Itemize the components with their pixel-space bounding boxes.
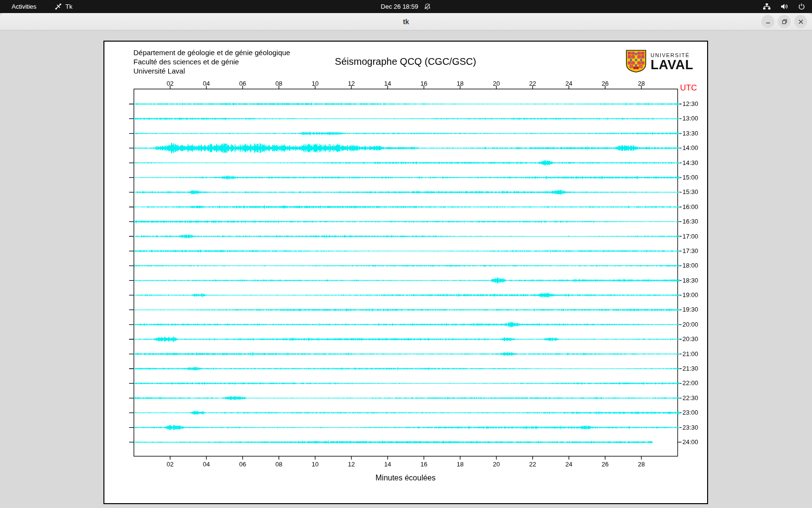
minimize-button[interactable] — [761, 15, 774, 28]
utc-row-label: 19:00 — [682, 291, 698, 299]
utc-axis-label: UTC — [680, 83, 697, 93]
desktop-top-bar: Activities Tk Dec 26 18:59 — [0, 0, 812, 13]
x-tick-label-top: 08 — [276, 80, 282, 87]
utc-row-label: 21:30 — [682, 365, 698, 372]
utc-row-label: 21:00 — [682, 350, 698, 358]
institution-header: Département de géologie et de génie géol… — [133, 48, 290, 75]
x-tick-label-bottom: 26 — [602, 461, 609, 468]
seismograph-panel: Département de géologie et de génie géol… — [103, 41, 708, 504]
maximize-button[interactable] — [778, 15, 791, 28]
window-title: tk — [0, 13, 812, 30]
utc-row-label: 20:30 — [682, 335, 698, 343]
utc-row-label: 23:00 — [682, 409, 698, 416]
x-tick-label-top: 14 — [384, 80, 391, 87]
institution-line-2: Faculté des sciences et de génie — [133, 57, 290, 66]
x-tick-label-bottom: 04 — [203, 461, 210, 468]
utc-row-label: 20:00 — [682, 321, 698, 328]
x-tick-label-top: 28 — [638, 80, 645, 87]
utc-row-label: 19:30 — [682, 306, 698, 313]
utc-row-label: 17:00 — [682, 233, 698, 240]
x-tick-label-bottom: 16 — [420, 461, 427, 468]
utc-row-label: 24:00 — [682, 438, 698, 446]
x-tick-label-bottom: 24 — [566, 461, 572, 468]
x-tick-label-bottom: 14 — [384, 461, 391, 468]
x-tick-label-top: 22 — [529, 80, 536, 87]
clock-menu[interactable]: Dec 26 18:59 — [381, 0, 431, 13]
utc-row-label: 12:30 — [682, 100, 698, 107]
x-tick-label-top: 18 — [457, 80, 464, 87]
utc-row-label: 18:00 — [682, 262, 698, 269]
x-tick-label-bottom: 22 — [529, 461, 536, 468]
utc-row-label: 13:30 — [682, 130, 698, 137]
utc-row-label: 13:00 — [682, 115, 698, 122]
x-tick-label-top: 04 — [203, 80, 210, 87]
utc-row-label: 18:30 — [682, 277, 698, 284]
close-button[interactable] — [794, 15, 807, 28]
plot-title: Séismographe QCQ (CGC/GSC) — [335, 56, 476, 67]
utc-row-label: 22:30 — [682, 394, 698, 402]
laval-shield-icon — [625, 49, 647, 75]
utc-row-label: 14:00 — [682, 144, 698, 151]
x-tick-label-top: 06 — [239, 80, 246, 87]
universite-laval-logo: UNIVERSITÉ LAVAL — [625, 49, 693, 75]
utc-row-label: 16:00 — [682, 203, 698, 210]
x-tick-label-top: 20 — [493, 80, 500, 87]
x-tick-label-bottom: 10 — [312, 461, 319, 468]
activities-label: Activities — [12, 3, 36, 10]
app-menu[interactable]: Tk — [48, 0, 79, 13]
app-menu-label: Tk — [65, 3, 72, 10]
volume-icon — [781, 3, 788, 10]
utc-row-label: 23:30 — [682, 424, 698, 431]
x-tick-label-bottom: 20 — [493, 461, 500, 468]
utc-row-label: 17:30 — [682, 247, 698, 254]
utc-row-label: 16:30 — [682, 218, 698, 225]
x-tick-label-bottom: 08 — [276, 461, 282, 468]
institution-line-3: Université Laval — [133, 66, 290, 75]
x-tick-label-bottom: 18 — [457, 461, 464, 468]
x-axis-label: Minutes écoulées — [376, 474, 436, 482]
x-tick-label-top: 16 — [420, 80, 427, 87]
x-tick-label-bottom: 02 — [167, 461, 174, 468]
laval-logo-text-bottom: LAVAL — [651, 59, 693, 72]
utc-row-label: 22:00 — [682, 379, 698, 387]
system-tray[interactable] — [763, 0, 805, 13]
x-tick-label-top: 26 — [602, 80, 609, 87]
tk-icon — [55, 3, 62, 10]
institution-line-1: Département de géologie et de génie géol… — [133, 48, 290, 57]
x-tick-label-top: 12 — [348, 80, 355, 87]
helicorder-canvas — [104, 42, 707, 503]
notifications-muted-icon — [424, 3, 431, 10]
utc-row-label: 15:30 — [682, 188, 698, 195]
x-tick-label-top: 24 — [566, 80, 572, 87]
utc-row-label: 15:00 — [682, 174, 698, 181]
x-tick-label-top: 02 — [167, 80, 174, 87]
power-icon — [798, 3, 805, 10]
x-tick-label-top: 10 — [312, 80, 319, 87]
utc-row-label: 14:30 — [682, 159, 698, 166]
laval-logo-text: UNIVERSITÉ LAVAL — [651, 53, 693, 72]
window-titlebar[interactable]: tk — [0, 13, 812, 30]
x-tick-label-bottom: 06 — [239, 461, 246, 468]
activities-button[interactable]: Activities — [0, 0, 48, 13]
x-tick-label-bottom: 28 — [638, 461, 645, 468]
x-tick-label-bottom: 12 — [348, 461, 355, 468]
network-icon — [763, 3, 771, 10]
clock-label: Dec 26 18:59 — [381, 3, 418, 10]
